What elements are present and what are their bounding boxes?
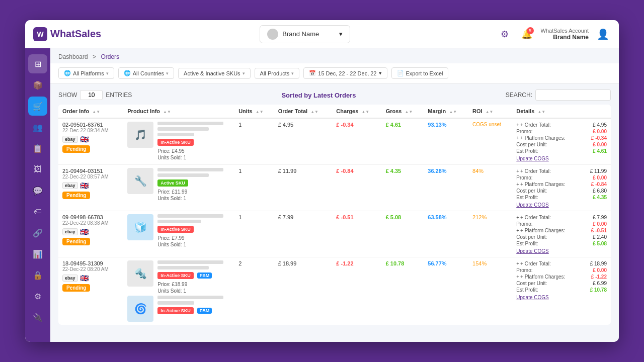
order-total-cell: £ 11.99 — [274, 165, 333, 211]
ebay-badge: ebay — [62, 182, 78, 189]
breadcrumb-dashboard[interactable]: Dashboard — [58, 53, 88, 60]
sku-status-badge: In-Active SKU — [157, 139, 194, 146]
roi-cell: 84% — [468, 165, 512, 211]
sidebar-item-promotions[interactable]: 🏷 — [28, 202, 47, 221]
brand-name-label: Brand Name — [282, 30, 319, 38]
logo-icon: W — [33, 27, 47, 41]
product-line — [157, 296, 223, 299]
col-charges[interactable]: Charges ▲▼ — [332, 105, 381, 118]
sort-arrows-order-total: ▲▼ — [310, 110, 318, 114]
sort-arrows-margin: ▲▼ — [449, 110, 457, 114]
units-sold: Units Sold: 1 — [157, 288, 230, 294]
sidebar-item-security[interactable]: 🔒 — [28, 265, 47, 285]
col-gross[interactable]: Gross ▲▼ — [382, 105, 424, 118]
user-avatar-btn[interactable]: 👤 — [595, 26, 611, 42]
charges-cell: £ -0.34 — [332, 118, 381, 165]
platform-icons: ebay 🇬🇧 — [62, 135, 119, 143]
brand-dropdown[interactable]: Brand Name ▾ — [260, 25, 350, 43]
sidebar-item-messages[interactable]: 💬 — [28, 181, 47, 200]
col-order-info[interactable]: Order Info ▲▼ — [58, 105, 123, 118]
col-order-total[interactable]: Order Total ▲▼ — [274, 105, 333, 118]
table-area: SHOW ENTRIES Sorted by Latest Orders SEA… — [50, 83, 619, 342]
brand-avatar — [267, 29, 278, 40]
gross-cell: £ 4.61 — [382, 118, 424, 165]
product-line — [157, 127, 208, 131]
update-cogs-link[interactable]: Update COGS — [516, 295, 548, 300]
notifications-btn[interactable]: 🔔 5 — [519, 26, 535, 42]
col-units[interactable]: Units ▲▼ — [234, 105, 274, 118]
products-filter[interactable]: All Products ▾ — [255, 68, 300, 79]
order-info-cell: 02-09501-63761 22-Dec-22 09:34 AM ebay 🇬… — [58, 118, 123, 165]
product-line — [157, 301, 194, 305]
col-product-info[interactable]: Product Info ▲▼ — [123, 105, 234, 118]
details-cell: ++ Order Total: £ 11.99 Promo: £ 0.00 ++… — [512, 165, 611, 211]
order-total-cell: £ 4.95 — [274, 118, 333, 165]
details-cell: ++ Order Total: £ 18.99 Promo: £ 0.00 ++… — [512, 257, 611, 325]
connections-icon-btn[interactable]: ⚙ — [497, 26, 513, 42]
sidebar: ⊞ 📦 🛒 👥 📋 🖼 💬 🏷 🔗 📊 🔒 ⚙ 🔌 — [25, 48, 50, 342]
charges-cell: £ -0.51 — [332, 211, 381, 257]
sort-arrows-product: ▲▼ — [163, 110, 171, 114]
top-right-actions: ⚙ 🔔 5 WhatSales Account Brand Name 👤 — [497, 26, 611, 42]
sku-status-label: Active & Inactive SKUs — [184, 70, 240, 76]
product-line — [157, 260, 223, 264]
order-number: 09-09498-66783 — [62, 214, 119, 220]
units-sold: Units Sold: 1 — [157, 196, 230, 201]
table-header-row: Order Info ▲▼ Product Info ▲▼ Units ▲▼ — [58, 105, 611, 118]
sidebar-item-images[interactable]: 🖼 — [28, 160, 47, 179]
platforms-label: All Platforms — [73, 70, 104, 76]
date-range-filter[interactable]: 📅 15 Dec, 22 - 22 Dec, 22 ▾ — [303, 67, 387, 79]
product-price: Price: £4.95 — [157, 148, 230, 154]
sort-arrows-charges: ▲▼ — [361, 110, 369, 114]
sidebar-item-integrations[interactable]: 🔌 — [28, 308, 47, 327]
product-line — [157, 173, 208, 177]
status-badge: Pending — [62, 145, 90, 153]
product-line — [157, 220, 201, 223]
sort-arrows-roi: ▲▼ — [486, 110, 494, 114]
sidebar-item-orders[interactable]: 🛒 — [28, 97, 47, 116]
chevron-down-icon: ▾ — [166, 71, 169, 76]
countries-filter[interactable]: 🌐 All Countries ▾ — [118, 67, 174, 79]
sidebar-item-connections[interactable]: 🔗 — [28, 223, 47, 242]
sidebar-item-products[interactable]: 📦 — [28, 75, 47, 95]
product-line — [157, 266, 208, 269]
user-account-label: WhatSales Account — [541, 28, 589, 34]
charges-cell: £ -1.22 — [332, 257, 381, 325]
sidebar-item-reports[interactable]: 📊 — [28, 244, 47, 263]
entries-input[interactable] — [80, 90, 103, 100]
sku-status-filter[interactable]: Active & Inactive SKUs ▾ — [178, 68, 251, 79]
update-cogs-link[interactable]: Update COGS — [516, 202, 548, 208]
sidebar-item-analytics[interactable]: 👥 — [28, 118, 47, 137]
product-line — [157, 168, 223, 171]
order-date: 22-Dec-22 08:57 AM — [62, 174, 119, 179]
col-details[interactable]: Details ▲▼ — [512, 105, 611, 118]
col-margin[interactable]: Margin ▲▼ — [424, 105, 468, 118]
col-roi[interactable]: ROI ▲▼ — [468, 105, 512, 118]
sidebar-item-inventory[interactable]: 📋 — [28, 139, 47, 158]
sidebar-item-dashboard[interactable]: ⊞ — [28, 54, 47, 73]
margin-cell: 56.77% — [424, 257, 468, 325]
platforms-filter[interactable]: 🌐 All Platforms ▾ — [58, 67, 114, 79]
export-button[interactable]: 📄 Export to Excel — [391, 67, 449, 79]
order-date: 22-Dec-22 08:20 AM — [62, 266, 119, 272]
update-cogs-link[interactable]: Update COGS — [516, 156, 548, 161]
product-info-cell: 🎵 In-Active SKU — [123, 118, 234, 165]
sku-status-badge: Active SKU — [157, 179, 188, 187]
sidebar-item-settings[interactable]: ⚙ — [28, 287, 47, 306]
chevron-down-icon: ▾ — [291, 71, 294, 76]
update-cogs-link[interactable]: Update COGS — [516, 248, 548, 254]
table-row: 09-09498-66783 22-Dec-22 08:38 AM ebay 🇬… — [58, 211, 611, 257]
search-input[interactable] — [535, 89, 611, 101]
margin-cell: 63.58% — [424, 211, 468, 257]
country-flag: 🇬🇧 — [80, 228, 89, 236]
product-price: Price: £11.99 — [157, 189, 230, 195]
sku-status-badge: In-Active SKU — [157, 226, 194, 233]
order-number: 18-09495-31309 — [62, 260, 119, 266]
charges-cell: £ -0.84 — [332, 165, 381, 211]
chevron-down-icon: ▾ — [243, 71, 245, 76]
units-cell: 1 — [234, 118, 274, 165]
roi-cell: COGS unset — [468, 118, 512, 165]
product-image: 🧊 — [127, 214, 153, 240]
order-info-cell: 18-09495-31309 22-Dec-22 08:20 AM ebay 🇬… — [58, 257, 123, 325]
table-row: 18-09495-31309 22-Dec-22 08:20 AM ebay 🇬… — [58, 257, 611, 325]
